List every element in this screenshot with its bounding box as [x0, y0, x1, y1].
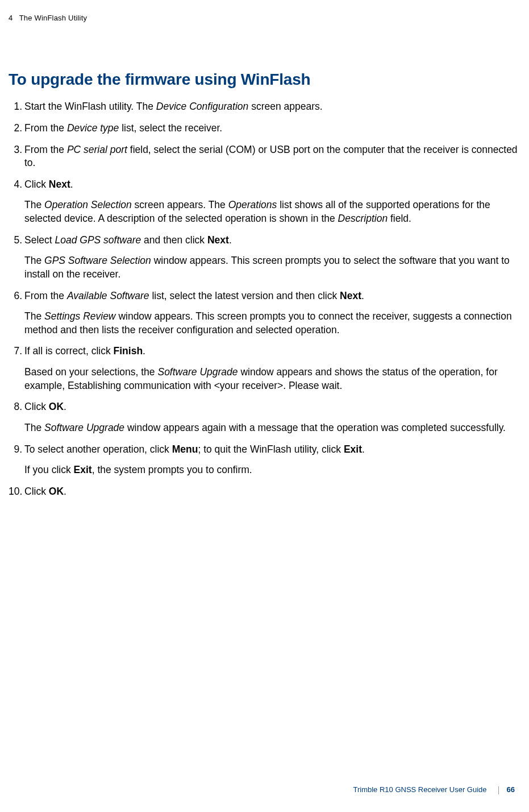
step-text: From the Available Software list, select…: [24, 289, 520, 303]
step-text: If all is correct, click Finish.: [24, 345, 520, 358]
step-5: Select Load GPS software and then click …: [24, 234, 520, 281]
step-text: From the PC serial port field, select th…: [24, 143, 520, 170]
chapter-header: 4 The WinFlash Utility: [9, 13, 520, 23]
step-text: If you click Exit, the system prompts yo…: [24, 463, 520, 477]
step-text: Start the WinFlash utility. The Device C…: [24, 100, 520, 114]
footer-page-number: 66: [507, 785, 515, 794]
step-text: Click Next.: [24, 178, 520, 192]
page-title: To upgrade the firmware using WinFlash: [9, 69, 520, 90]
step-7: If all is correct, click Finish. Based o…: [24, 345, 520, 392]
step-9: To select another operation, click Menu;…: [24, 443, 520, 477]
step-3: From the PC serial port field, select th…: [24, 143, 520, 170]
chapter-title: The WinFlash Utility: [19, 14, 88, 22]
step-text: Based on your selections, the Software U…: [24, 366, 520, 392]
step-text: The Software Upgrade window appears agai…: [24, 421, 520, 435]
steps-list: Start the WinFlash utility. The Device C…: [9, 100, 520, 498]
page-footer: Trimble R10 GNSS Receiver User Guide66: [353, 785, 515, 795]
step-text: Click OK.: [24, 485, 520, 499]
step-4: Click Next. The Operation Selection scre…: [24, 178, 520, 226]
step-text: The Operation Selection screen appears. …: [24, 198, 520, 225]
step-10: Click OK.: [24, 485, 520, 499]
chapter-number: 4: [9, 14, 13, 22]
step-text: To select another operation, click Menu;…: [24, 443, 520, 457]
step-2: From the Device type list, select the re…: [24, 122, 520, 135]
step-1: Start the WinFlash utility. The Device C…: [24, 100, 520, 114]
step-text: Select Load GPS software and then click …: [24, 234, 520, 247]
step-text: From the Device type list, select the re…: [24, 122, 520, 135]
step-8: Click OK. The Software Upgrade window ap…: [24, 400, 520, 434]
footer-guide-name: Trimble R10 GNSS Receiver User Guide: [353, 785, 486, 794]
footer-divider: [498, 786, 499, 794]
step-6: From the Available Software list, select…: [24, 289, 520, 337]
step-text: The GPS Software Selection window appear…: [24, 254, 520, 281]
step-text: The Settings Review window appears. This…: [24, 310, 520, 337]
step-text: Click OK.: [24, 400, 520, 414]
